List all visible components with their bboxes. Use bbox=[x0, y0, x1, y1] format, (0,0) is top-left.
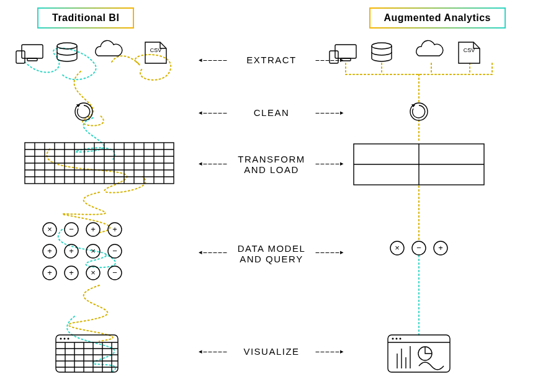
csv-file-icon: CSV bbox=[145, 42, 166, 63]
title-augmented-analytics: Augmented Analytics bbox=[369, 7, 506, 29]
augmented-analytics-column: CSV ×−+ bbox=[332, 37, 506, 385]
svg-rect-2 bbox=[16, 51, 25, 63]
connector-simple bbox=[346, 63, 492, 104]
refresh-icon bbox=[410, 103, 428, 120]
devices-icon bbox=[330, 45, 356, 63]
stage-datamodel: DATA MODEL AND QUERY bbox=[216, 243, 328, 264]
dense-grid-icon bbox=[25, 143, 174, 184]
svg-text:+: + bbox=[438, 243, 443, 252]
svg-point-67 bbox=[372, 43, 392, 49]
database-icon bbox=[57, 43, 77, 61]
svg-point-82 bbox=[400, 338, 402, 340]
arrow-left-icon: ◂‒‒‒‒‒ bbox=[199, 109, 228, 117]
connector-tangled bbox=[112, 55, 171, 80]
svg-text:×: × bbox=[91, 268, 96, 277]
svg-text:×: × bbox=[47, 225, 52, 234]
svg-rect-65 bbox=[341, 58, 351, 61]
svg-text:+: + bbox=[112, 225, 117, 234]
svg-text:+: + bbox=[69, 268, 74, 277]
connector-tangled bbox=[74, 71, 103, 126]
database-icon bbox=[372, 43, 392, 61]
csv-file-icon: CSV bbox=[459, 42, 480, 63]
svg-text:×: × bbox=[91, 246, 96, 256]
svg-point-81 bbox=[396, 338, 398, 340]
svg-point-51 bbox=[60, 338, 62, 340]
svg-text:−: − bbox=[69, 225, 74, 234]
cloud-icon bbox=[96, 40, 122, 56]
svg-point-53 bbox=[68, 338, 70, 340]
connector-tangled bbox=[25, 48, 96, 80]
arrow-left-icon: ◂‒‒‒‒‒ bbox=[199, 159, 228, 167]
connector-tangled bbox=[69, 285, 113, 341]
cloud-icon bbox=[416, 40, 443, 56]
refresh-icon bbox=[75, 103, 92, 120]
svg-point-52 bbox=[64, 338, 66, 340]
arrow-left-icon: ◂‒‒‒‒‒ bbox=[199, 248, 228, 256]
svg-text:+: + bbox=[47, 268, 52, 277]
svg-text:−: − bbox=[112, 246, 117, 256]
svg-point-80 bbox=[392, 338, 394, 340]
arrow-left-icon: ◂‒‒‒‒‒ bbox=[199, 56, 228, 64]
arrow-left-icon: ◂‒‒‒‒‒ bbox=[199, 347, 228, 355]
svg-text:+: + bbox=[47, 246, 52, 256]
svg-text:+: + bbox=[69, 246, 74, 256]
devices-icon bbox=[16, 45, 43, 63]
stage-visualize: VISUALIZE bbox=[216, 346, 328, 357]
svg-text:−: − bbox=[416, 243, 421, 252]
operators-grid-icon: ×−++ ++×− ++×− bbox=[43, 223, 122, 280]
stage-transform: TRANSFORM AND LOAD bbox=[216, 154, 328, 175]
title-traditional-bi: Traditional BI bbox=[37, 7, 134, 29]
csv-label: CSV bbox=[150, 47, 162, 53]
svg-rect-1 bbox=[27, 58, 37, 61]
svg-text:+: + bbox=[91, 225, 96, 234]
connector-tangled bbox=[47, 149, 145, 193]
stage-clean: CLEAN bbox=[216, 107, 328, 118]
connector-tangled bbox=[76, 118, 115, 161]
svg-point-3 bbox=[57, 43, 77, 49]
csv-label: CSV bbox=[464, 47, 475, 53]
svg-text:−: − bbox=[112, 268, 117, 277]
stage-extract: EXTRACT bbox=[216, 55, 328, 65]
simple-grid-icon bbox=[354, 144, 484, 185]
operators-row-icon: ×−+ bbox=[390, 241, 447, 255]
dashboard-window-icon bbox=[388, 335, 450, 372]
svg-text:×: × bbox=[395, 243, 400, 252]
traditional-bi-column: CSV ×−++ ++×− ++ bbox=[19, 37, 192, 385]
